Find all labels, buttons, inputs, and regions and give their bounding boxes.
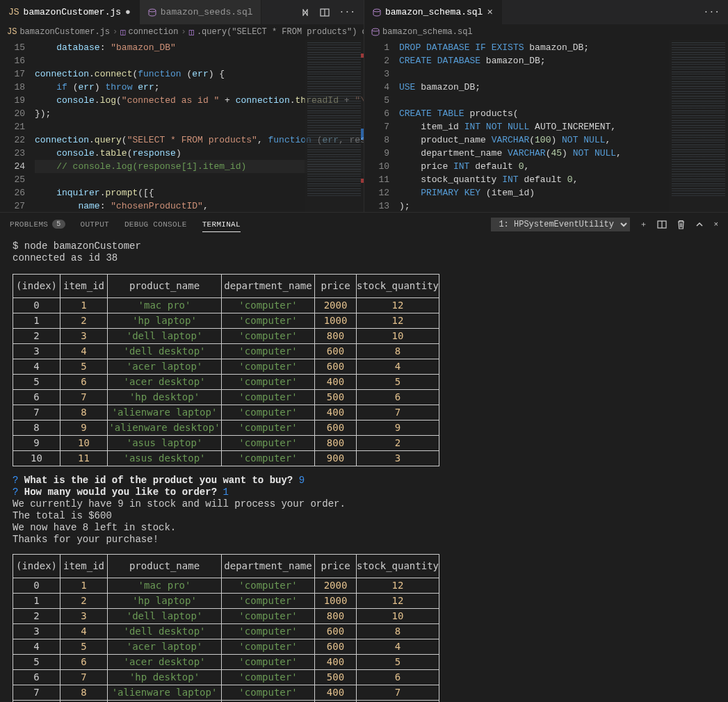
- terminal-line: Thanks for your purchase!: [13, 534, 715, 546]
- products-table: (index)item_idproduct_namedepartment_nam…: [13, 274, 439, 466]
- js-file-icon: JS: [7, 27, 17, 37]
- chevron-right-icon: ›: [181, 27, 186, 37]
- terminal-output[interactable]: $ node bamazonCustomer connected as id 3…: [0, 236, 728, 702]
- problems-count-badge: 5: [52, 220, 65, 229]
- breadcrumb-right[interactable]: bamazon_schema.sql: [364, 24, 728, 40]
- symbol-icon: ◫: [120, 27, 125, 38]
- code-editor-left[interactable]: 15161718192021222324252627 database: "ba…: [0, 40, 364, 212]
- terminal-line: connected as id 38: [13, 252, 715, 264]
- products-table-updated: (index)item_idproduct_namedepartment_nam…: [13, 554, 439, 702]
- panel-actions: 1: HPSystemEventUtility ＋ ×: [491, 218, 718, 231]
- minimap[interactable]: [669, 40, 728, 212]
- panel-tab-terminal[interactable]: TERMINAL: [202, 220, 241, 232]
- breadcrumb-part: .query("SELECT * FROM products") callbac…: [197, 27, 364, 37]
- tabs-left: JS bamazonCustomer.js ● bamazon_seeds.sq…: [0, 0, 364, 24]
- terminal-line: The total is $600: [13, 510, 715, 522]
- tab-label: bamazon_seeds.sql: [161, 7, 253, 17]
- chevron-right-icon: ›: [113, 27, 118, 37]
- breadcrumb-left[interactable]: JS bamazonCustomer.js › ◫ connection › ◫…: [0, 24, 364, 40]
- code-editor-right[interactable]: 12345678910111213 DROP DATABASE IF EXIST…: [364, 40, 728, 212]
- line-gutter: 12345678910111213: [364, 40, 399, 212]
- symbol-icon: ◫: [189, 27, 194, 38]
- js-file-icon: JS: [8, 7, 19, 17]
- breadcrumb-file: bamazonCustomer.js: [19, 27, 110, 37]
- terminal-selector-dropdown[interactable]: 1: HPSystemEventUtility: [491, 218, 630, 231]
- tabs-right: bamazon_schema.sql × ···: [364, 0, 728, 24]
- tab-actions-right: ···: [695, 0, 728, 24]
- line-gutter: 15161718192021222324252627: [0, 40, 35, 212]
- sql-file-icon: [371, 28, 380, 36]
- terminal-line: We now have 8 left in stock.: [13, 522, 715, 534]
- tab-bamazon-seeds[interactable]: bamazon_seeds.sql: [140, 0, 262, 24]
- tab-bamazon-customer[interactable]: JS bamazonCustomer.js ●: [0, 0, 140, 24]
- terminal-line: ? How many would you like to order? 1: [13, 487, 715, 498]
- editor-pane-left: JS bamazonCustomer.js ● bamazon_seeds.sq…: [0, 0, 364, 212]
- terminal-line: ? What is the id of the product you want…: [13, 475, 715, 487]
- svg-point-0: [149, 9, 156, 12]
- svg-point-3: [373, 9, 380, 12]
- close-icon[interactable]: ×: [487, 7, 492, 18]
- editor-pane-right: bamazon_schema.sql × ··· bamazon_schema.…: [364, 0, 728, 212]
- sql-file-icon: [148, 8, 156, 17]
- more-actions-icon[interactable]: ···: [704, 7, 720, 17]
- close-panel-icon[interactable]: ×: [713, 220, 718, 229]
- maximize-panel-icon[interactable]: [695, 220, 704, 229]
- kill-terminal-icon[interactable]: [677, 220, 686, 229]
- split-editor-icon[interactable]: [320, 8, 330, 17]
- terminal-line: We currently have 9 in stock and will pr…: [13, 498, 715, 510]
- minimap[interactable]: [305, 40, 364, 212]
- unsaved-indicator-icon: ●: [125, 7, 131, 17]
- breadcrumb-part: connection: [128, 27, 178, 37]
- new-terminal-icon[interactable]: ＋: [640, 219, 647, 229]
- bottom-panel: PROBLEMS 5 OUTPUT DEBUG CONSOLE TERMINAL…: [0, 212, 728, 702]
- tab-label: bamazon_schema.sql: [385, 7, 483, 17]
- tab-label: bamazonCustomer.js: [24, 7, 121, 17]
- tab-actions-left: ···: [292, 0, 364, 24]
- compare-changes-icon[interactable]: [300, 8, 310, 17]
- sql-file-icon: [373, 8, 381, 17]
- panel-tab-output[interactable]: OUTPUT: [81, 220, 109, 229]
- svg-point-4: [372, 28, 379, 31]
- tab-bamazon-schema[interactable]: bamazon_schema.sql ×: [364, 0, 502, 24]
- breadcrumb-file: bamazon_schema.sql: [382, 27, 473, 37]
- panel-tab-problems[interactable]: PROBLEMS 5: [10, 220, 65, 229]
- panel-tab-debug[interactable]: DEBUG CONSOLE: [124, 220, 187, 229]
- terminal-line: $ node bamazonCustomer: [13, 240, 715, 252]
- panel-tabs: PROBLEMS 5 OUTPUT DEBUG CONSOLE TERMINAL…: [0, 213, 728, 236]
- more-actions-icon[interactable]: ···: [339, 7, 355, 17]
- split-terminal-icon[interactable]: [657, 220, 667, 229]
